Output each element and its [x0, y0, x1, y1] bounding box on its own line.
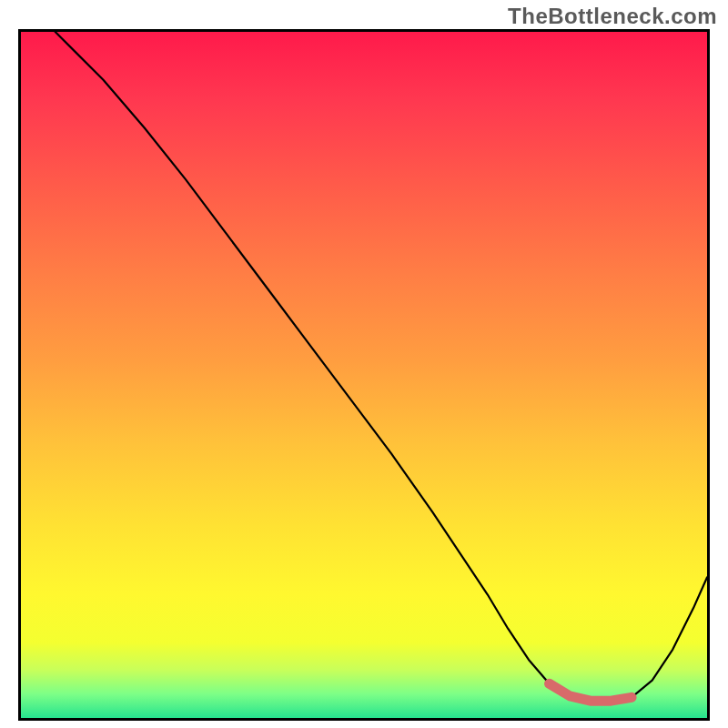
bottleneck-curve — [56, 32, 707, 701]
curve-layer — [21, 32, 707, 718]
watermark-text: TheBottleneck.com — [508, 4, 717, 29]
chart-container: TheBottleneck.com — [0, 0, 728, 728]
plot-area — [18, 29, 710, 721]
optimal-zone-highlight — [550, 683, 632, 701]
